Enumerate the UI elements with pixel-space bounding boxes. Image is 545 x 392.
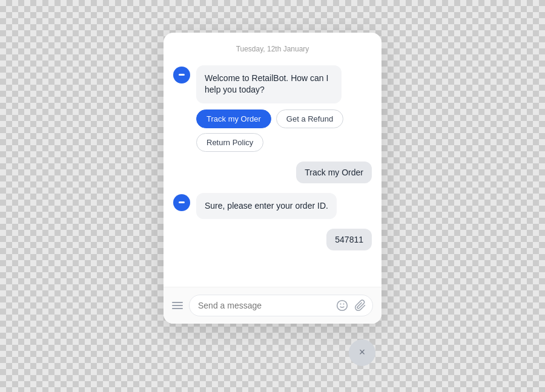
user-message-row-1: Track my Order — [173, 162, 372, 183]
bot-avatar-2 — [173, 194, 190, 211]
user-bubble-2: 547811 — [326, 229, 372, 250]
attachment-icon[interactable] — [354, 299, 367, 312]
close-button[interactable]: × — [349, 339, 375, 366]
emoji-icon[interactable] — [335, 299, 349, 312]
chat-input-area — [164, 287, 382, 324]
date-label: Tuesday, 12th January — [173, 45, 372, 53]
bot-message-content-1: Welcome to RetailBot. How can I help you… — [196, 65, 372, 152]
svg-point-0 — [337, 300, 348, 310]
quick-reply-return[interactable]: Return Policy — [196, 133, 263, 152]
chat-widget: Tuesday, 12th January Welcome to RetailB… — [164, 33, 382, 324]
bot-bubble-1: Welcome to RetailBot. How can I help you… — [196, 65, 342, 103]
input-wrapper — [189, 295, 373, 316]
quick-reply-refund[interactable]: Get a Refund — [276, 109, 343, 128]
bot-avatar-1 — [173, 67, 190, 83]
quick-replies: Track my Order Get a Refund Return Polic… — [196, 109, 372, 152]
quick-reply-track[interactable]: Track my Order — [196, 109, 271, 128]
bot-message-row-1: Welcome to RetailBot. How can I help you… — [173, 65, 372, 152]
input-icons — [335, 299, 367, 312]
user-message-row-2: 547811 — [173, 229, 372, 250]
bot-message-row-2: Sure, please enter your order ID. — [173, 193, 372, 220]
user-bubble-1: Track my Order — [296, 162, 372, 183]
bot-bubble-2: Sure, please enter your order ID. — [196, 193, 337, 220]
chat-messages: Tuesday, 12th January Welcome to RetailB… — [164, 33, 382, 287]
menu-icon[interactable] — [172, 302, 183, 309]
